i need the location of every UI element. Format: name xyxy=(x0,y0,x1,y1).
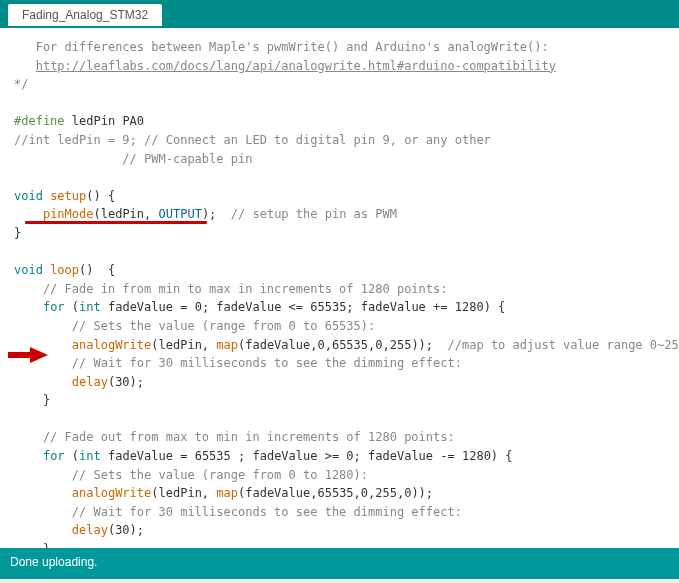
status-bar: Done uploading. xyxy=(0,548,679,579)
code-line: #define ledPin PA0 xyxy=(14,112,665,131)
code-line: // Wait for 30 milliseconds to see the d… xyxy=(14,503,665,522)
code-line: // Fade out from max to min in increment… xyxy=(14,428,665,447)
code-line: } xyxy=(14,224,665,243)
code-line: analogWrite(ledPin, map(fadeValue,65535,… xyxy=(14,484,665,503)
code-line: */ xyxy=(14,75,665,94)
red-underline-annotation xyxy=(25,221,207,224)
code-line xyxy=(14,243,665,262)
code-line: for (int fadeValue = 0; fadeValue <= 655… xyxy=(14,298,665,317)
comment-link: http://leaflabs.com/docs/lang/api/analog… xyxy=(36,59,556,73)
code-line: // Sets the value (range from 0 to 1280)… xyxy=(14,466,665,485)
code-line: } xyxy=(14,540,665,548)
code-line: //int ledPin = 9; // Connect an LED to d… xyxy=(14,131,665,150)
code-line: } xyxy=(14,391,665,410)
code-line: for (int fadeValue = 65535 ; fadeValue >… xyxy=(14,447,665,466)
code-line: // Wait for 30 milliseconds to see the d… xyxy=(14,354,665,373)
code-line: delay(30); xyxy=(14,373,665,392)
status-text: Done uploading. xyxy=(10,555,97,569)
tab-label: Fading_Analog_STM32 xyxy=(22,8,148,22)
code-line: // PWM-capable pin xyxy=(14,150,665,169)
code-editor[interactable]: For differences between Maple's pwmWrite… xyxy=(0,28,679,548)
code-line: delay(30); xyxy=(14,521,665,540)
code-line: // Sets the value (range from 0 to 65535… xyxy=(14,317,665,336)
code-line: http://leaflabs.com/docs/lang/api/analog… xyxy=(14,57,665,76)
code-line: void setup() { xyxy=(14,187,665,206)
code-line xyxy=(14,410,665,429)
code-line: void loop() { xyxy=(14,261,665,280)
code-line: For differences between Maple's pwmWrite… xyxy=(14,38,665,57)
code-line: analogWrite(ledPin, map(fadeValue,0,6553… xyxy=(14,336,665,355)
code-line xyxy=(14,168,665,187)
code-line xyxy=(14,94,665,113)
tab-file[interactable]: Fading_Analog_STM32 xyxy=(8,4,162,26)
code-line: // Fade in from min to max in increments… xyxy=(14,280,665,299)
tab-container: Fading_Analog_STM32 xyxy=(0,4,679,28)
